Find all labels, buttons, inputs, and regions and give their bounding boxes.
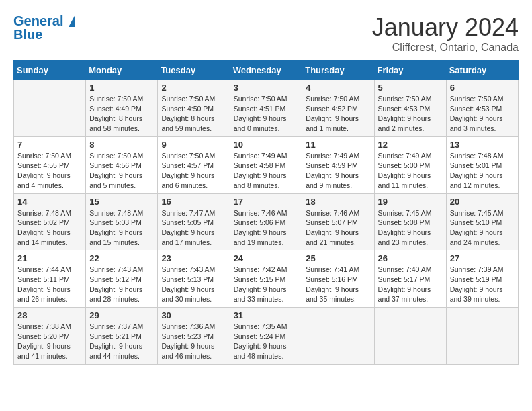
calendar-cell: 27Sunrise: 7:39 AMSunset: 5:19 PMDayligh… bbox=[446, 250, 518, 308]
calendar-cell bbox=[446, 308, 518, 365]
day-number: 10 bbox=[234, 140, 299, 150]
header-cell-monday: Monday bbox=[86, 61, 158, 80]
header-cell-saturday: Saturday bbox=[446, 61, 518, 80]
calendar-cell: 5Sunrise: 7:50 AMSunset: 4:53 PMDaylight… bbox=[374, 80, 446, 137]
day-info: Sunrise: 7:43 AMSunset: 5:12 PMDaylight:… bbox=[89, 265, 154, 304]
calendar-cell: 14Sunrise: 7:48 AMSunset: 5:02 PMDayligh… bbox=[14, 193, 86, 250]
day-info: Sunrise: 7:45 AMSunset: 5:10 PMDaylight:… bbox=[450, 208, 515, 248]
day-number: 25 bbox=[306, 253, 370, 263]
day-info: Sunrise: 7:41 AMSunset: 5:16 PMDaylight:… bbox=[306, 265, 370, 304]
day-info: Sunrise: 7:37 AMSunset: 5:21 PMDaylight:… bbox=[89, 322, 154, 361]
logo: General Blue bbox=[13, 13, 75, 42]
day-info: Sunrise: 7:50 AMSunset: 4:53 PMDaylight:… bbox=[378, 94, 443, 134]
calendar-cell: 31Sunrise: 7:35 AMSunset: 5:24 PMDayligh… bbox=[230, 308, 302, 365]
day-number: 19 bbox=[378, 197, 443, 207]
day-number: 24 bbox=[234, 253, 299, 263]
calendar-cell: 9Sunrise: 7:50 AMSunset: 4:57 PMDaylight… bbox=[158, 136, 230, 193]
day-info: Sunrise: 7:35 AMSunset: 5:24 PMDaylight:… bbox=[234, 322, 299, 361]
calendar-cell: 7Sunrise: 7:50 AMSunset: 4:55 PMDaylight… bbox=[14, 136, 86, 193]
day-number: 9 bbox=[161, 140, 226, 150]
calendar-cell: 17Sunrise: 7:46 AMSunset: 5:06 PMDayligh… bbox=[230, 193, 302, 250]
day-number: 23 bbox=[161, 253, 226, 263]
calendar-cell: 25Sunrise: 7:41 AMSunset: 5:16 PMDayligh… bbox=[302, 250, 374, 308]
day-number: 3 bbox=[234, 83, 299, 93]
calendar-cell: 4Sunrise: 7:50 AMSunset: 4:52 PMDaylight… bbox=[302, 80, 374, 137]
calendar-cell bbox=[302, 308, 374, 365]
day-number: 5 bbox=[378, 83, 443, 93]
calendar-cell: 8Sunrise: 7:50 AMSunset: 4:56 PMDaylight… bbox=[86, 136, 158, 193]
day-info: Sunrise: 7:50 AMSunset: 4:57 PMDaylight:… bbox=[161, 151, 226, 191]
week-row-4: 28Sunrise: 7:38 AMSunset: 5:20 PMDayligh… bbox=[14, 308, 519, 365]
calendar-cell: 23Sunrise: 7:43 AMSunset: 5:13 PMDayligh… bbox=[158, 250, 230, 308]
calendar-cell: 3Sunrise: 7:50 AMSunset: 4:51 PMDaylight… bbox=[230, 80, 302, 137]
day-number: 28 bbox=[17, 310, 82, 320]
day-info: Sunrise: 7:48 AMSunset: 5:01 PMDaylight:… bbox=[450, 151, 515, 191]
header-cell-friday: Friday bbox=[374, 61, 446, 80]
calendar-table: SundayMondayTuesdayWednesdayThursdayFrid… bbox=[13, 60, 519, 365]
day-info: Sunrise: 7:43 AMSunset: 5:13 PMDaylight:… bbox=[161, 265, 226, 304]
day-info: Sunrise: 7:50 AMSunset: 4:50 PMDaylight:… bbox=[161, 94, 226, 134]
day-info: Sunrise: 7:49 AMSunset: 4:59 PMDaylight:… bbox=[306, 151, 370, 191]
day-number: 11 bbox=[306, 140, 370, 150]
calendar-cell: 19Sunrise: 7:45 AMSunset: 5:08 PMDayligh… bbox=[374, 193, 446, 250]
week-row-0: 1Sunrise: 7:50 AMSunset: 4:49 PMDaylight… bbox=[14, 80, 519, 137]
calendar-cell bbox=[374, 308, 446, 365]
calendar-cell: 12Sunrise: 7:49 AMSunset: 5:00 PMDayligh… bbox=[374, 136, 446, 193]
calendar-header: SundayMondayTuesdayWednesdayThursdayFrid… bbox=[14, 61, 519, 80]
calendar-cell bbox=[14, 80, 86, 137]
week-row-2: 14Sunrise: 7:48 AMSunset: 5:02 PMDayligh… bbox=[14, 193, 519, 250]
day-number: 4 bbox=[306, 83, 370, 93]
logo-text: General bbox=[13, 13, 75, 28]
day-number: 13 bbox=[450, 140, 515, 150]
logo-chevron-icon bbox=[69, 15, 75, 27]
day-info: Sunrise: 7:50 AMSunset: 4:49 PMDaylight:… bbox=[89, 94, 154, 134]
day-info: Sunrise: 7:40 AMSunset: 5:17 PMDaylight:… bbox=[378, 265, 443, 304]
day-info: Sunrise: 7:48 AMSunset: 5:02 PMDaylight:… bbox=[17, 208, 82, 248]
calendar-cell: 20Sunrise: 7:45 AMSunset: 5:10 PMDayligh… bbox=[446, 193, 518, 250]
day-number: 18 bbox=[306, 197, 370, 207]
header-cell-wednesday: Wednesday bbox=[230, 61, 302, 80]
calendar-cell: 29Sunrise: 7:37 AMSunset: 5:21 PMDayligh… bbox=[86, 308, 158, 365]
day-number: 20 bbox=[450, 197, 515, 207]
day-number: 2 bbox=[161, 83, 226, 93]
day-info: Sunrise: 7:42 AMSunset: 5:15 PMDaylight:… bbox=[234, 265, 299, 304]
week-row-1: 7Sunrise: 7:50 AMSunset: 4:55 PMDaylight… bbox=[14, 136, 519, 193]
calendar-cell: 15Sunrise: 7:48 AMSunset: 5:03 PMDayligh… bbox=[86, 193, 158, 250]
day-info: Sunrise: 7:45 AMSunset: 5:08 PMDaylight:… bbox=[378, 208, 443, 248]
logo-text-blue: Blue bbox=[13, 27, 75, 42]
header-cell-sunday: Sunday bbox=[14, 61, 86, 80]
calendar-cell: 28Sunrise: 7:38 AMSunset: 5:20 PMDayligh… bbox=[14, 308, 86, 365]
day-info: Sunrise: 7:50 AMSunset: 4:56 PMDaylight:… bbox=[89, 151, 154, 191]
day-number: 22 bbox=[89, 253, 154, 263]
day-info: Sunrise: 7:49 AMSunset: 4:58 PMDaylight:… bbox=[234, 151, 299, 191]
week-row-3: 21Sunrise: 7:44 AMSunset: 5:11 PMDayligh… bbox=[14, 250, 519, 308]
calendar-cell: 6Sunrise: 7:50 AMSunset: 4:53 PMDaylight… bbox=[446, 80, 518, 137]
day-number: 8 bbox=[89, 140, 154, 150]
day-info: Sunrise: 7:44 AMSunset: 5:11 PMDaylight:… bbox=[17, 265, 82, 304]
day-number: 15 bbox=[89, 197, 154, 207]
day-number: 29 bbox=[89, 310, 154, 320]
day-info: Sunrise: 7:39 AMSunset: 5:19 PMDaylight:… bbox=[450, 265, 515, 304]
day-info: Sunrise: 7:50 AMSunset: 4:53 PMDaylight:… bbox=[450, 94, 515, 134]
calendar-cell: 16Sunrise: 7:47 AMSunset: 5:05 PMDayligh… bbox=[158, 193, 230, 250]
header-cell-thursday: Thursday bbox=[302, 61, 374, 80]
day-number: 6 bbox=[450, 83, 515, 93]
calendar-cell: 2Sunrise: 7:50 AMSunset: 4:50 PMDaylight… bbox=[158, 80, 230, 137]
day-number: 12 bbox=[378, 140, 443, 150]
calendar-cell: 1Sunrise: 7:50 AMSunset: 4:49 PMDaylight… bbox=[86, 80, 158, 137]
calendar-cell: 13Sunrise: 7:48 AMSunset: 5:01 PMDayligh… bbox=[446, 136, 518, 193]
day-info: Sunrise: 7:46 AMSunset: 5:06 PMDaylight:… bbox=[234, 208, 299, 248]
day-number: 27 bbox=[450, 253, 515, 263]
calendar-title: January 2024 bbox=[372, 13, 519, 42]
day-info: Sunrise: 7:38 AMSunset: 5:20 PMDaylight:… bbox=[17, 322, 82, 361]
calendar-cell: 18Sunrise: 7:46 AMSunset: 5:07 PMDayligh… bbox=[302, 193, 374, 250]
day-number: 26 bbox=[378, 253, 443, 263]
day-number: 30 bbox=[161, 310, 226, 320]
day-number: 16 bbox=[161, 197, 226, 207]
day-number: 21 bbox=[17, 253, 82, 263]
day-info: Sunrise: 7:46 AMSunset: 5:07 PMDaylight:… bbox=[306, 208, 370, 248]
day-info: Sunrise: 7:50 AMSunset: 4:51 PMDaylight:… bbox=[234, 94, 299, 134]
day-number: 7 bbox=[17, 140, 82, 150]
day-number: 14 bbox=[17, 197, 82, 207]
calendar-subtitle: Cliffcrest, Ontario, Canada bbox=[372, 42, 519, 54]
